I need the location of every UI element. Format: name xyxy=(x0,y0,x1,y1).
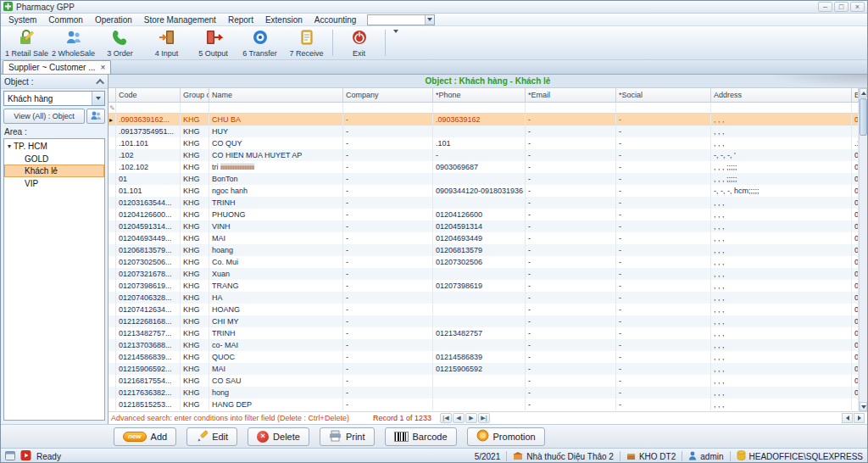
hscroll-left-icon[interactable] xyxy=(842,413,853,423)
nav-next-button[interactable]: ▶ xyxy=(465,413,477,423)
scroll-up-icon[interactable] xyxy=(860,88,867,98)
column-header-code[interactable]: Code xyxy=(116,88,181,102)
receive-button[interactable]: 7 Receive xyxy=(283,26,330,59)
cell-phone xyxy=(433,399,526,410)
chevron-down-icon[interactable] xyxy=(92,92,104,105)
table-row[interactable]: ▸ 01206813579... KHG hoang - 01206813579… xyxy=(108,244,859,256)
menu-item[interactable]: Report xyxy=(222,14,259,25)
filter-company-input[interactable] xyxy=(343,103,433,113)
input-button[interactable]: 4 Input xyxy=(143,26,190,59)
transfer-button[interactable]: 6 Transfer xyxy=(236,26,283,59)
scroll-down-icon[interactable] xyxy=(860,402,867,411)
tree-item-label: Khách lẻ xyxy=(25,166,58,176)
print-button[interactable]: Print xyxy=(320,427,375,446)
menu-item[interactable]: Accounting xyxy=(309,14,362,25)
table-row[interactable]: ▸ 01207321678... KHG Xuan - - - , , , xyxy=(108,268,859,280)
menu-item[interactable]: Common xyxy=(42,14,89,25)
promotion-button[interactable]: Promotion xyxy=(467,427,545,446)
column-header-group[interactable]: Group c... xyxy=(181,88,209,102)
tab-supplier-customer[interactable]: Supplier ~ Customer ... × xyxy=(3,60,111,74)
column-header-address[interactable]: Address xyxy=(711,88,852,102)
menu-item[interactable]: Extension xyxy=(259,14,309,25)
column-header-name[interactable]: Name xyxy=(209,88,343,102)
view-all-object-button[interactable]: View (All) : Object xyxy=(3,109,85,124)
order-button[interactable]: 3 Order xyxy=(97,26,143,59)
hscroll-right-icon[interactable] xyxy=(854,413,865,423)
filter-b-input[interactable] xyxy=(852,103,859,113)
table-row[interactable]: ▸ 01215906592... KHG MAI - 01215906592 -… xyxy=(108,363,859,375)
column-header-company[interactable]: Company xyxy=(343,88,433,102)
filter-social-input[interactable] xyxy=(616,103,711,113)
table-row[interactable]: ▸ 01204591314... KHG VINH - 01204591314 … xyxy=(108,220,859,232)
column-header-b[interactable]: B... xyxy=(852,88,859,102)
cell-email: - xyxy=(526,232,616,244)
delete-button[interactable]: × Delete xyxy=(248,427,309,446)
table-row[interactable]: ▸ .102 KHG CO HIEN MUA HUYET AP - - - - … xyxy=(108,149,859,161)
column-header-email[interactable]: *Email xyxy=(526,88,616,102)
table-row[interactable]: ▸ 01207398619... KHG TRANG - 01207398619… xyxy=(108,280,859,292)
filter-name-input[interactable] xyxy=(209,103,343,113)
table-row[interactable]: ▸ 01218515253... KHG HANG DEP - - - , , … xyxy=(108,399,859,410)
exit-button[interactable]: Exit xyxy=(336,26,382,59)
menu-combobox[interactable] xyxy=(367,14,435,25)
menu-item[interactable]: System xyxy=(3,14,42,25)
toolbar-overflow-icon[interactable] xyxy=(393,26,403,59)
barcode-button[interactable]: Barcode xyxy=(385,427,457,446)
nav-first-button[interactable]: |◀ xyxy=(440,413,452,423)
tab-close-icon[interactable]: × xyxy=(101,64,106,72)
table-row[interactable]: ▸ 01213482757... KHG TRINH - 01213482757… xyxy=(108,327,859,339)
output-button[interactable]: 5 Output xyxy=(190,26,236,59)
object-type-dropdown[interactable]: Khách hàng xyxy=(3,91,105,106)
table-row[interactable]: ▸ .09137354951... KHG HUY - - - , , , xyxy=(108,126,859,137)
table-row[interactable]: ▸ 01.101 KHG ngoc hanh - 0909344120-0918… xyxy=(108,185,859,197)
table-row[interactable]: ▸ 01214586839... KHG QUOC - 01214586839 … xyxy=(108,351,859,363)
chevron-down-icon[interactable] xyxy=(425,15,434,25)
filter-address-input[interactable] xyxy=(711,103,852,113)
scrollbar-thumb[interactable] xyxy=(860,98,867,136)
cell-phone xyxy=(433,292,526,304)
menu-item[interactable]: Operation xyxy=(89,14,138,25)
filter-email-input[interactable] xyxy=(526,103,616,113)
table-row[interactable]: ▸ 01 KHG BonTon - - - , , , ;;;;; 0 xyxy=(108,173,859,185)
tree-item[interactable]: Khách lẻ xyxy=(4,165,104,177)
minimize-icon[interactable]: – xyxy=(818,2,832,12)
table-row[interactable]: ▸ 01204126600... KHG PHUONG - 0120412660… xyxy=(108,209,859,220)
vertical-scrollbar[interactable] xyxy=(859,88,867,411)
table-row[interactable]: ▸ 01207302506... KHG Co. Mui - 012073025… xyxy=(108,256,859,268)
table-row[interactable]: ▸ .102.102 KHG tri iiiiiiiiiiiiiiiiiiii … xyxy=(108,161,859,173)
nav-last-button[interactable]: ▶| xyxy=(478,413,490,423)
filter-group-input[interactable] xyxy=(181,103,209,113)
table-row[interactable]: ▸ 01207406328... KHG HA - - - , , , 0 xyxy=(108,292,859,304)
close-icon[interactable]: × xyxy=(850,2,865,12)
media-play-icon[interactable] xyxy=(20,450,31,462)
view-people-button[interactable] xyxy=(86,109,105,124)
menu-item[interactable]: Store Management xyxy=(138,14,222,25)
table-row[interactable]: ▸ 01203163544... KHG TRINH - - - , , , xyxy=(108,197,859,209)
add-button[interactable]: new Add xyxy=(114,427,176,446)
table-row[interactable]: ▸ 01212268168... KHG CHI MY - - - , , , xyxy=(108,315,859,327)
table-row[interactable]: ▸ 01213703688... KHG co- MAI - - - , , , xyxy=(108,339,859,351)
column-header-phone[interactable]: *Phone xyxy=(433,88,526,102)
column-header-social[interactable]: *Social xyxy=(616,88,711,102)
table-row[interactable]: ▸ 01217636382... KHG hong - - - , , , xyxy=(108,387,859,399)
scrollbar-track[interactable] xyxy=(860,98,867,402)
table-row[interactable]: ▸ .101.101 KHG CO QUY - .101 - - , , , xyxy=(108,137,859,149)
nav-prev-button[interactable]: ◀ xyxy=(453,413,465,423)
filter-code-input[interactable] xyxy=(116,103,181,113)
table-row[interactable]: ▸ 01207412634... KHG HOANG - - - , , , xyxy=(108,304,859,315)
edit-button[interactable]: Edit xyxy=(186,427,237,446)
table-row[interactable]: ▸ .0903639162... KHG CHU BA - .090363916… xyxy=(108,114,859,126)
collapse-panel-icon[interactable] xyxy=(96,78,104,86)
table-row[interactable]: ▸ 01216817554... KHG CO SAU - - - , , , xyxy=(108,375,859,387)
table-row[interactable]: ▸ 01204693449... KHG MAI - 01204693449 -… xyxy=(108,232,859,244)
maximize-icon[interactable]: □ xyxy=(834,2,849,12)
tree-item[interactable]: VIP xyxy=(4,177,104,189)
filter-phone-input[interactable] xyxy=(433,103,526,113)
retail-sale-button[interactable]: 1 Retail Sale xyxy=(3,26,50,59)
wholesale-button[interactable]: 2 WholeSale xyxy=(50,26,97,59)
auto-filter-row[interactable]: ✎ xyxy=(108,103,859,114)
tree-expander-icon[interactable]: ▾ xyxy=(8,142,11,150)
tree-node-root[interactable]: ▾ TP. HCM xyxy=(4,140,104,153)
tree-item[interactable]: GOLD xyxy=(4,153,104,165)
cell-company: - xyxy=(343,209,433,220)
